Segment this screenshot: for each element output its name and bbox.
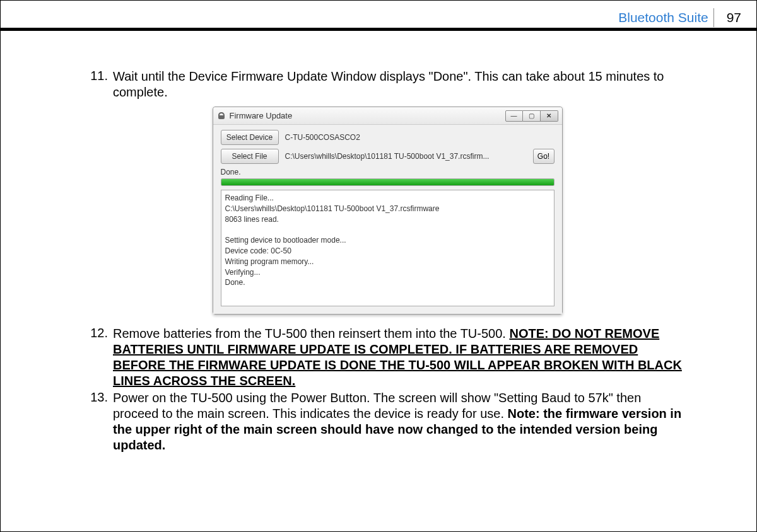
device-value: C-TU-500COSASCO2 (285, 133, 555, 142)
progress-fill (221, 179, 554, 185)
device-row: Select Device C-TU-500COSASCO2 (221, 130, 555, 145)
go-button[interactable]: Go! (533, 149, 555, 164)
header-title: Bluetooth Suite (618, 10, 713, 25)
header-title-wrap: Bluetooth Suite 97 (618, 8, 756, 27)
step-number: 11. (88, 69, 110, 83)
figure-firmware-update: Firmware Update — ▢ ✕ Select Device C-TU… (88, 107, 687, 315)
content-body: 11. Wait until the Device Firmware Updat… (88, 69, 687, 454)
firmware-update-window: Firmware Update — ▢ ✕ Select Device C-TU… (213, 107, 563, 315)
step-text: Remove batteries from the TU-500 then re… (110, 326, 687, 389)
select-file-button[interactable]: Select File (221, 149, 279, 164)
step-text: Wait until the Device Firmware Update Wi… (110, 69, 687, 100)
step-number: 13. (88, 390, 110, 405)
window-titlebar: Firmware Update — ▢ ✕ (213, 107, 562, 125)
app-icon (217, 112, 226, 120)
page-frame: Bluetooth Suite 97 11. Wait until the De… (0, 0, 757, 532)
status-text: Done. (221, 168, 555, 176)
window-buttons: — ▢ ✕ (505, 110, 558, 122)
log-output: Reading File... C:\Users\whills\Desktop\… (221, 190, 555, 306)
select-device-button[interactable]: Select Device (221, 130, 279, 145)
file-row: Select File C:\Users\whills\Desktop\1011… (221, 149, 555, 164)
step-12-text: Remove batteries from the TU-500 then re… (113, 327, 509, 340)
page-header: Bluetooth Suite 97 (1, 1, 756, 31)
step-number: 12. (88, 326, 110, 340)
file-value: C:\Users\whills\Desktop\101181 TU-500boo… (285, 152, 527, 161)
window-body: Select Device C-TU-500COSASCO2 Select Fi… (213, 125, 562, 314)
step-12: 12. Remove batteries from the TU-500 the… (88, 326, 687, 389)
maximize-button[interactable]: ▢ (523, 110, 541, 122)
page-number: 97 (713, 8, 756, 27)
step-13: 13. Power on the TU-500 using the Power … (88, 390, 687, 453)
progress-bar (221, 178, 555, 186)
step-11: 11. Wait until the Device Firmware Updat… (88, 69, 687, 100)
close-button[interactable]: ✕ (541, 110, 558, 122)
window-title: Firmware Update (230, 111, 505, 120)
minimize-button[interactable]: — (505, 110, 523, 122)
step-text: Power on the TU-500 using the Power Butt… (110, 390, 687, 453)
